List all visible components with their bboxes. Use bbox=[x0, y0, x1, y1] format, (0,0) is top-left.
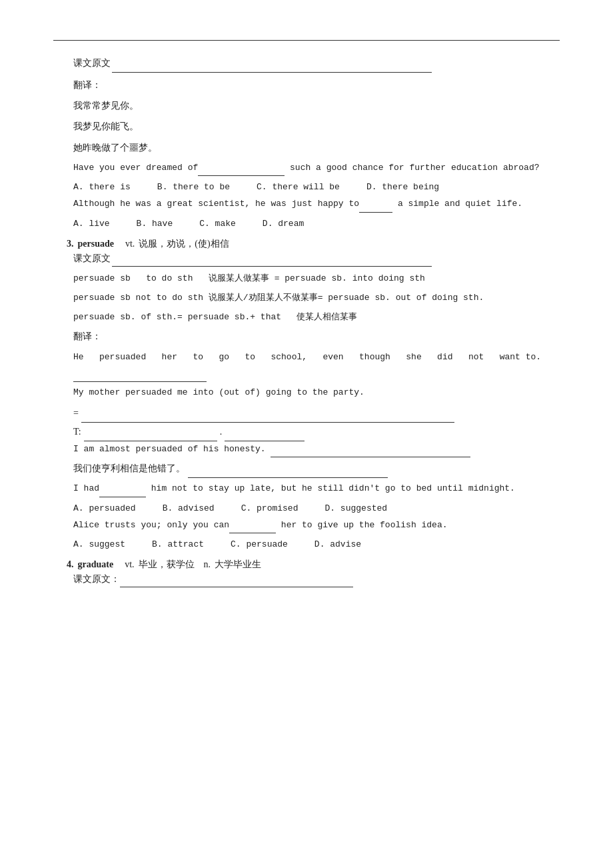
choice2c: C. make bbox=[199, 215, 236, 233]
t-label: T: bbox=[73, 423, 81, 441]
choice2a: A. live bbox=[73, 215, 110, 233]
item3-kewenyuanwen: 课文原文 bbox=[53, 250, 560, 267]
item3-trans2: My mother persuaded me into (out of) goi… bbox=[53, 385, 560, 401]
item4-pos-n: n. bbox=[204, 559, 211, 570]
item4-meaning-vt: 毕业，获学位 bbox=[139, 559, 195, 571]
item4-pos-vt: vt. bbox=[120, 559, 134, 570]
usage1-text: persuade sb to do sth 说服某人做某事 = persuade… bbox=[73, 273, 425, 283]
choice3a: A. persuaded bbox=[73, 500, 136, 517]
usage2: persuade sb not to do sth 说服某人/劝阻某人不做某事=… bbox=[53, 290, 560, 307]
item3-almost-blank bbox=[271, 457, 470, 457]
item3-header: 3. persuade vt. 说服，劝说，(使)相信 bbox=[53, 238, 560, 250]
fanyi-label: 翻译： bbox=[53, 77, 560, 93]
choices4: A. suggest B. attract C. persuade D. adv… bbox=[53, 536, 560, 553]
usage3-text: persuade sb. of sth.= persuade sb.+ that… bbox=[73, 312, 357, 322]
choice1c: C. there will be bbox=[257, 179, 340, 196]
trans2: 我梦见你能飞。 bbox=[53, 118, 560, 135]
item3-kw-field bbox=[112, 266, 432, 267]
item3-alice: Alice trusts you; only you can her to gi… bbox=[53, 517, 560, 534]
choices1: A. there is B. there to be C. there will… bbox=[53, 179, 560, 196]
choice1d: D. there being bbox=[366, 179, 439, 196]
item3-had-blank bbox=[99, 497, 146, 497]
item4-kw-label: 课文原文： bbox=[73, 574, 120, 584]
question1: Have you ever dreamed of such a good cha… bbox=[53, 160, 560, 177]
eq-field bbox=[81, 422, 454, 423]
kewenyuanwen-label: 课文原文 bbox=[73, 58, 111, 68]
item3-number: 3. bbox=[67, 239, 74, 249]
choices2: A. live B. have C. make D. dream bbox=[53, 215, 560, 233]
choice4c: C. persuade bbox=[231, 536, 288, 553]
item4-kewenyuanwen: 课文原文： bbox=[53, 571, 560, 587]
item3-henry: 我们使亨利相信是他错了。 bbox=[53, 460, 560, 478]
choice2b: B. have bbox=[137, 215, 173, 233]
choice3d: D. suggested bbox=[324, 500, 387, 517]
q2-text-after: a simple and quiet life. bbox=[392, 199, 522, 209]
choice2d: D. dream bbox=[263, 215, 304, 233]
choice1a: A. there is bbox=[73, 179, 131, 196]
item3-alice-before: Alice trusts you; only you can bbox=[73, 520, 229, 530]
choice4a: A. suggest bbox=[73, 536, 125, 553]
item3-had-before: I had bbox=[73, 483, 99, 493]
item3-almost: I am almost persuaded of his honesty. bbox=[53, 441, 560, 458]
top-divider bbox=[53, 40, 560, 41]
choices3: A. persuaded B. advised C. promised D. s… bbox=[53, 500, 560, 517]
item3-trans1-en: He persuaded her to go to school, even t… bbox=[73, 352, 541, 362]
choice4d: D. advise bbox=[314, 536, 361, 553]
eq-line: = bbox=[53, 404, 560, 423]
item4-number: 4. bbox=[67, 559, 74, 570]
page: 课文原文 翻译： 我常常梦见你。 我梦见你能飞。 她昨晚做了个噩梦。 Have … bbox=[0, 40, 613, 868]
choice1b: B. there to be bbox=[157, 179, 230, 196]
q1-text-after: such a good chance for further education… bbox=[285, 163, 539, 173]
t-dot: . bbox=[220, 423, 223, 441]
item3-meaning: 说服，劝说，(使)相信 bbox=[139, 238, 229, 250]
kewenyuanwen-field bbox=[112, 72, 432, 73]
usage3: persuade sb. of sth.= persuade sb.+ that… bbox=[53, 309, 560, 326]
item3-henry-blank bbox=[188, 477, 388, 478]
item3-trans2-en: My mother persuaded me into (out of) goi… bbox=[73, 387, 364, 397]
choice3b: B. advised bbox=[163, 500, 215, 517]
q1-blank bbox=[198, 175, 285, 176]
item3-had-after: him not to stay up late, but he still di… bbox=[146, 483, 515, 493]
item3-fanyi-label: 翻译： bbox=[53, 328, 560, 345]
item3-had: I had him not to stay up late, but he st… bbox=[53, 481, 560, 497]
item3-alice-after: her to give up the foolish idea. bbox=[276, 520, 447, 530]
trans3: 她昨晚做了个噩梦。 bbox=[53, 139, 560, 156]
usage2-text: persuade sb not to do sth 说服某人/劝阻某人不做某事=… bbox=[73, 293, 484, 303]
trans3-text: 她昨晚做了个噩梦。 bbox=[73, 143, 157, 153]
q2-blank bbox=[359, 212, 392, 213]
item3-word: persuade bbox=[78, 239, 114, 249]
choice3c: C. promised bbox=[241, 500, 299, 517]
fanyi-text: 翻译： bbox=[73, 80, 101, 90]
item4-word: graduate bbox=[78, 559, 114, 570]
item3-almost-text: I am almost persuaded of his honesty. bbox=[73, 444, 266, 454]
item3-kw-label: 课文原文 bbox=[73, 253, 111, 263]
trans1-text: 我常常梦见你。 bbox=[73, 101, 139, 111]
q2-text-before: Although he was a great scientist, he wa… bbox=[73, 199, 359, 209]
item3-trans1: He persuaded her to go to school, even t… bbox=[53, 349, 560, 382]
trans2-text: 我梦见你能飞。 bbox=[73, 121, 139, 131]
item3-pos: vt. bbox=[121, 239, 135, 249]
item3-henry-text: 我们使亨利相信是他错了。 bbox=[73, 463, 185, 473]
item4-kw-field bbox=[120, 587, 353, 587]
q1-text-before: Have you ever dreamed of bbox=[73, 163, 198, 173]
item4-meaning-n: 大学毕业生 bbox=[215, 559, 261, 571]
item3-fanyi-text: 翻译： bbox=[73, 331, 101, 341]
item4-header: 4. graduate vt. 毕业，获学位 n. 大学毕业生 bbox=[53, 559, 560, 571]
usage1: persuade sb to do sth 说服某人做某事 = persuade… bbox=[53, 271, 560, 287]
item3-alice-blank bbox=[229, 533, 276, 533]
kewenyuanwen-section: 课文原文 bbox=[53, 54, 560, 73]
eq-symbol: = bbox=[73, 404, 79, 423]
question2: Although he was a great scientist, he wa… bbox=[53, 196, 560, 213]
item3-trans1-blank bbox=[73, 381, 207, 382]
choice4b: B. attract bbox=[152, 536, 204, 553]
t-line: T: . bbox=[53, 423, 560, 441]
trans1: 我常常梦见你。 bbox=[53, 97, 560, 114]
